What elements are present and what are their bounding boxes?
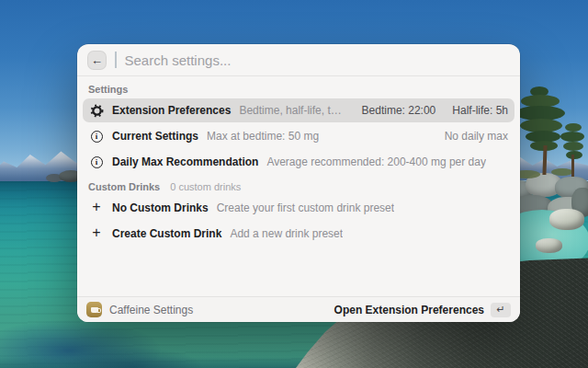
item-subtitle: Average recommended: 200-400 mg per day [266, 155, 486, 168]
caffeine-cup-icon [86, 302, 102, 317]
list-item-no-custom-drinks[interactable]: + No Custom Drinks Create your first cus… [83, 196, 514, 220]
shore-grass [551, 168, 573, 176]
white-boulder [549, 209, 584, 230]
back-button[interactable]: ← [87, 51, 107, 70]
item-icon: + [89, 201, 104, 214]
footer-bar: Caffeine Settings Open Extension Prefere… [77, 296, 520, 322]
small-pine-tree [566, 151, 582, 159]
white-boulder [536, 238, 562, 253]
small-pine-tree [560, 132, 584, 142]
list-item-daily-max-recommendation[interactable]: i Daily Max Recommendation Average recom… [83, 150, 514, 174]
item-icon: i [89, 131, 104, 143]
raycast-settings-window: ← Search settings... Settings Extension … [77, 44, 520, 322]
primary-action-label[interactable]: Open Extension Preferences [334, 304, 484, 316]
search-bar[interactable]: ← Search settings... [77, 44, 520, 75]
plus-icon: + [92, 200, 100, 214]
section-title: Settings [88, 84, 128, 95]
plus-icon: + [92, 225, 100, 240]
item-title: Extension Preferences [112, 104, 231, 117]
section-header: Custom Drinks 0 custom drinks [88, 181, 509, 192]
item-subtitle: Max at bedtime: 50 mg [207, 130, 319, 143]
gear-icon [90, 104, 104, 118]
section-meta: 0 custom drinks [170, 181, 241, 192]
item-accessory: Half-life: 5h [452, 104, 508, 117]
section-header: Settings [88, 84, 509, 95]
desktop: ← Search settings... Settings Extension … [0, 0, 588, 368]
return-key-icon: ↵ [491, 303, 511, 317]
item-accessory: Bedtime: 22:00 [362, 104, 436, 117]
item-title: No Custom Drinks [112, 201, 209, 214]
item-accessories: No daily max [445, 130, 508, 143]
item-title: Current Settings [112, 130, 198, 143]
item-title: Create Custom Drink [112, 227, 221, 240]
list-item-extension-preferences[interactable]: Extension Preferences Bedtime, half-life… [83, 98, 514, 122]
list-item-create-custom-drink[interactable]: + Create Custom Drink Add a new drink pr… [83, 222, 514, 246]
item-subtitle: Add a new drink preset [230, 227, 343, 240]
info-icon: i [91, 131, 103, 143]
item-accessories: Bedtime: 22:00Half-life: 5h [362, 104, 508, 117]
list-section: Settings Extension Preferences Bedtime, … [83, 84, 514, 174]
results-list: Settings Extension Preferences Bedtime, … [77, 84, 520, 246]
coffee-cup-glyph [91, 307, 98, 313]
item-accessory: No daily max [445, 130, 508, 143]
small-pine-tree [563, 142, 583, 151]
list-item-current-settings[interactable]: i Current Settings Max at bedtime: 50 mg… [83, 124, 514, 148]
item-title: Daily Max Recommendation [112, 155, 258, 168]
list-section: Custom Drinks 0 custom drinks + No Custo… [83, 181, 514, 246]
item-icon: + [89, 227, 104, 240]
item-icon: i [89, 156, 104, 168]
primary-action[interactable]: Open Extension Preferences ↵ [334, 303, 511, 317]
item-icon [89, 104, 104, 118]
app-name-label: Caffeine Settings [109, 304, 193, 316]
arrow-left-icon: ← [91, 53, 103, 67]
small-pine-tree-trunk [571, 155, 574, 177]
item-subtitle: Bedtime, half-life, thresholds [239, 104, 345, 117]
text-cursor [115, 52, 117, 68]
section-title: Custom Drinks [88, 181, 160, 192]
info-icon: i [91, 156, 103, 168]
item-subtitle: Create your first custom drink preset [217, 201, 394, 214]
water-shadow-band [0, 357, 312, 368]
search-divider [77, 75, 520, 76]
search-input[interactable]: Search settings... [125, 52, 232, 68]
small-pine-tree [565, 123, 582, 132]
